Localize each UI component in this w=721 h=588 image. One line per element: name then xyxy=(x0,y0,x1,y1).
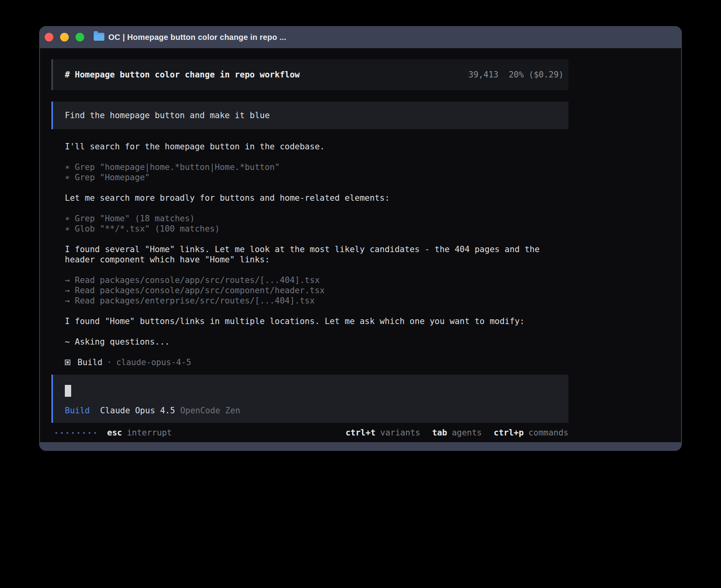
terminal-window: OC | Homepage button color change in rep… xyxy=(39,26,682,451)
input-model: Claude Opus 4.5 xyxy=(100,405,175,416)
window-bottom-frame xyxy=(39,442,682,451)
shortcut-key: tab xyxy=(432,428,447,437)
input-provider: OpenCode Zen xyxy=(180,405,240,416)
tool-call-grep: ∗ Grep "Home" (18 matches) xyxy=(65,213,568,224)
user-message-text: Find the homepage button and make it blu… xyxy=(65,111,270,120)
tool-call-read: → Read packages/enterprise/src/routes/[.… xyxy=(65,296,568,306)
folder-icon xyxy=(94,33,104,41)
shortcut-label: agents xyxy=(452,428,482,437)
titlebar[interactable]: OC | Homepage button color change in rep… xyxy=(39,26,682,48)
agent-line: Build · claude-opus-4-5 xyxy=(65,357,568,368)
shortcut-agents: tab agents xyxy=(432,428,482,437)
assistant-text: I found "Home" buttons/links in multiple… xyxy=(65,316,568,326)
zoom-button[interactable] xyxy=(75,33,84,41)
text-cursor xyxy=(65,385,71,397)
shortcut-label: commands xyxy=(528,428,568,437)
assistant-text: I'll search for the homepage button in t… xyxy=(65,141,568,152)
session-stats: 39,413 20% ($0.29) xyxy=(468,70,564,79)
spinner-dots-icon xyxy=(55,432,96,434)
tool-call-glob: ∗ Glob "**/*.tsx" (100 matches) xyxy=(65,224,568,234)
assistant-text: I found several "Home" links. Let me loo… xyxy=(65,244,568,265)
shortcut-key: ctrl+p xyxy=(494,428,524,437)
window-title: OC | Homepage button color change in rep… xyxy=(108,33,286,42)
esc-key-label: interrupt xyxy=(127,428,172,437)
terminal-screen: # Homepage button color change in repo w… xyxy=(40,48,681,442)
transcript: I'll search for the homepage button in t… xyxy=(51,141,568,368)
minimize-button[interactable] xyxy=(60,33,69,41)
esc-key-hint: esc xyxy=(107,428,122,437)
assistant-text: Let me search more broadly for buttons a… xyxy=(65,193,568,203)
shortcut-key: ctrl+t xyxy=(345,428,376,437)
token-count: 39,413 xyxy=(468,70,498,79)
user-message: Find the homepage button and make it blu… xyxy=(51,102,568,129)
shortcut-variants: ctrl+t variants xyxy=(345,428,420,437)
terminal-content: # Homepage button color change in repo w… xyxy=(51,59,568,438)
tool-call-grep: ∗ Grep "homepage|home.*button|Home.*butt… xyxy=(65,162,568,172)
assistant-status: ~ Asking questions... xyxy=(65,337,568,347)
tool-call-read: → Read packages/console/app/src/componen… xyxy=(65,285,568,296)
agent-icon xyxy=(65,360,70,365)
session-title: # Homepage button color change in repo w… xyxy=(65,70,300,79)
status-bar: esc interrupt ctrl+t variants tab agents… xyxy=(51,428,568,438)
agent-model: claude-opus-4-5 xyxy=(116,357,191,368)
context-cost: 20% ($0.29) xyxy=(509,70,564,79)
traffic-lights xyxy=(45,33,84,41)
close-button[interactable] xyxy=(45,33,53,41)
agent-separator: · xyxy=(107,357,112,368)
shortcut-label: variants xyxy=(380,428,420,437)
session-header: # Homepage button color change in repo w… xyxy=(51,59,568,90)
tool-call-grep: ∗ Grep "Homepage" xyxy=(65,172,568,183)
status-shortcuts: ctrl+t variants tab agents ctrl+p comman… xyxy=(345,428,568,437)
input-model-row: Build Claude Opus 4.5 OpenCode Zen xyxy=(65,405,568,416)
agent-name: Build xyxy=(77,357,102,368)
tool-call-read: → Read packages/console/app/src/routes/[… xyxy=(65,275,568,285)
input-mode: Build xyxy=(65,405,90,416)
shortcut-commands: ctrl+p commands xyxy=(494,428,568,437)
prompt-input[interactable]: Build Claude Opus 4.5 OpenCode Zen xyxy=(51,375,568,423)
